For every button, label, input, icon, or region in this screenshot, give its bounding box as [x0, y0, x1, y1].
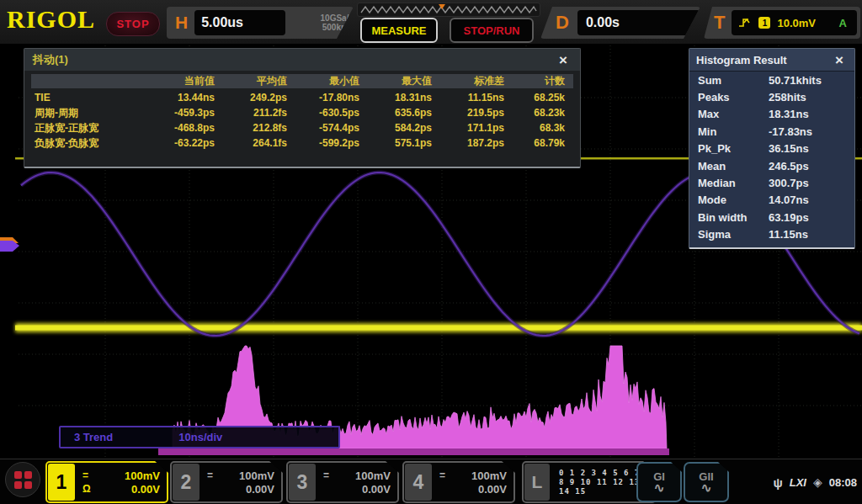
cell: 187.2ps — [432, 137, 504, 149]
cell: 584.2ps — [359, 122, 432, 134]
logic-label[interactable]: L — [524, 464, 550, 501]
histogram-result-panel: Histogram Result × Sum50.71khits Peaks25… — [689, 48, 855, 249]
table-row: 负脉宽-负脉宽 -63.22ps 264.1fs -599.2ps 575.1p… — [31, 135, 573, 151]
col-average: 平均值 — [215, 74, 287, 88]
col-min: 最小值 — [287, 74, 359, 88]
channel-3-offset: 0.00V — [362, 483, 391, 496]
channel-3-scale: 100mV — [355, 470, 391, 482]
grid-menu-icon — [14, 471, 32, 489]
stat-value: 18.31ns — [769, 108, 846, 120]
jitter-panel-close-icon[interactable]: × — [555, 53, 572, 67]
memory-position-ribbon[interactable] — [357, 3, 540, 17]
channel-4-block[interactable]: 4 = 100mV 0.00V — [402, 461, 515, 503]
dc-coupling-icon: = — [82, 470, 88, 481]
measure-button[interactable]: MEASURE — [360, 18, 438, 43]
channel-1-scale: 100mV — [125, 470, 160, 482]
cell: 171.1ps — [432, 122, 504, 134]
usb-icon: ψ — [773, 475, 782, 490]
col-stddev: 标准差 — [432, 74, 504, 88]
table-row: 周期-周期 -459.3ps 211.2fs -630.5ps 635.6ps … — [31, 105, 573, 120]
timebase-value[interactable]: 5.00us — [194, 10, 285, 35]
stat-value: 63.19ps — [769, 211, 846, 224]
sample-rate-depth: 10GSa/s 500kpts — [289, 13, 354, 32]
stat-value: 36.15ns — [769, 142, 846, 155]
channel-2-block[interactable]: 2 = 100mV 0.00V — [170, 461, 283, 503]
channel-4-number[interactable]: 4 — [405, 464, 432, 501]
list-item: Bin width63.19ps — [689, 209, 854, 225]
channel-4-offset: 0.00V — [478, 483, 507, 496]
delay-value[interactable]: 0.00s — [577, 10, 700, 35]
cell: 11.15ns — [432, 92, 504, 103]
stat-value: -17.83ns — [769, 125, 846, 138]
sine-wave-icon: ∿ — [654, 482, 665, 493]
channel-1-block[interactable]: 1 = 100mV Ω 0.00V — [45, 461, 168, 503]
jitter-table: 当前值 平均值 最小值 最大值 标准差 计数 TIE 13.44ns 249.2… — [24, 71, 580, 151]
cell: -63.22ps — [142, 137, 215, 149]
generator-2-button[interactable]: GII ∿ — [684, 462, 729, 502]
list-item: Mean246.5ps — [689, 157, 854, 174]
channel-2-scale: 100mV — [239, 470, 274, 482]
trigger-mode: A — [839, 17, 847, 29]
trigger-value-box[interactable]: 1 10.0mV A — [732, 10, 857, 35]
list-item: Median300.7ps — [689, 174, 854, 191]
generator-1-button[interactable]: GI ∿ — [636, 462, 682, 502]
stat-value: 50.71khits — [769, 74, 846, 87]
histogram-panel-title: Histogram Result — [696, 54, 787, 66]
memory-depth: 500kpts — [322, 23, 354, 32]
list-item: Peaks258hits — [689, 88, 854, 105]
trend-scale-label[interactable]: 3 Trend 10ns/div — [59, 426, 340, 448]
run-state-indicator: STOP — [106, 12, 160, 36]
list-item: Max18.31ns — [689, 106, 854, 123]
stop-run-button[interactable]: STOP/RUN — [450, 18, 534, 43]
row-name: TIE — [31, 92, 142, 103]
table-row: TIE 13.44ns 249.2ps -17.80ns 18.31ns 11.… — [31, 90, 573, 105]
impedance-icon: Ω — [82, 483, 90, 495]
menu-button[interactable] — [5, 462, 40, 497]
cell: 249.2ps — [215, 92, 287, 103]
trigger-settings[interactable]: T 1 10.0mV A — [704, 7, 860, 39]
cell: -630.5ps — [287, 107, 359, 119]
cell: 68.23k — [504, 107, 565, 119]
run-state-label: STOP — [116, 18, 149, 30]
ribbon-zigzag — [361, 7, 536, 13]
cell: 68.79k — [504, 137, 565, 149]
top-status-bar: RIGOL STOP H 5.00us 10GSa/s 500kpts MEAS… — [0, 0, 862, 44]
measure-button-label: MEASURE — [371, 24, 426, 37]
col-count: 计数 — [504, 74, 565, 88]
histogram-baseline-bar — [158, 448, 669, 455]
cell: 18.31ns — [359, 92, 432, 103]
cell: 635.6ps — [359, 107, 432, 119]
stat-label: Peaks — [698, 91, 730, 103]
channel-3-number[interactable]: 3 — [289, 464, 316, 501]
channel-4-scale: 100mV — [471, 470, 507, 482]
dc-coupling-icon: = — [207, 470, 212, 481]
stat-label: Bin width — [698, 211, 748, 224]
stat-value: 300.7ps — [769, 177, 846, 189]
stat-label: Min — [698, 125, 716, 138]
bottom-channel-bar: 1 = 100mV Ω 0.00V 2 = 100mV 0.00V 3 — [0, 459, 862, 504]
channel-1-number[interactable]: 1 — [48, 464, 75, 501]
list-item: Sigma11.15ns — [689, 226, 854, 243]
channel-2-number[interactable]: 2 — [173, 464, 200, 501]
jitter-measurement-panel: 抖动(1) × 当前值 平均值 最小值 最大值 标准差 计数 TIE 13.44… — [24, 48, 581, 168]
jitter-panel-title: 抖动(1) — [33, 52, 68, 67]
lxi-logo: LXI — [790, 476, 806, 489]
trigger-level: 10.0mV — [777, 17, 816, 29]
histogram-panel-close-icon[interactable]: × — [831, 53, 848, 67]
channel-3-block[interactable]: 3 = 100mV 0.00V — [286, 461, 399, 503]
trigger-slope-icon — [738, 16, 752, 29]
list-item: Sum50.71khits — [689, 72, 854, 88]
cell: 68.25k — [504, 92, 565, 103]
channel-1-offset: 0.00V — [131, 483, 160, 496]
row-name: 正脉宽-正脉宽 — [31, 121, 142, 135]
horizontal-settings[interactable]: H 5.00us 10GSa/s 500kpts — [167, 7, 354, 39]
stop-run-button-label: STOP/RUN — [464, 24, 520, 37]
cell: -459.3ps — [142, 107, 215, 119]
cell: -17.80ns — [287, 92, 359, 103]
col-current: 当前值 — [142, 74, 215, 88]
channel-2-offset: 0.00V — [246, 483, 274, 496]
stat-label: Sigma — [698, 228, 731, 241]
table-row: 正脉宽-正脉宽 -468.8ps 212.8fs -574.4ps 584.2p… — [31, 120, 573, 135]
trend-channel-label: 3 Trend — [74, 431, 113, 443]
delay-settings[interactable]: D 0.00s — [540, 7, 700, 39]
